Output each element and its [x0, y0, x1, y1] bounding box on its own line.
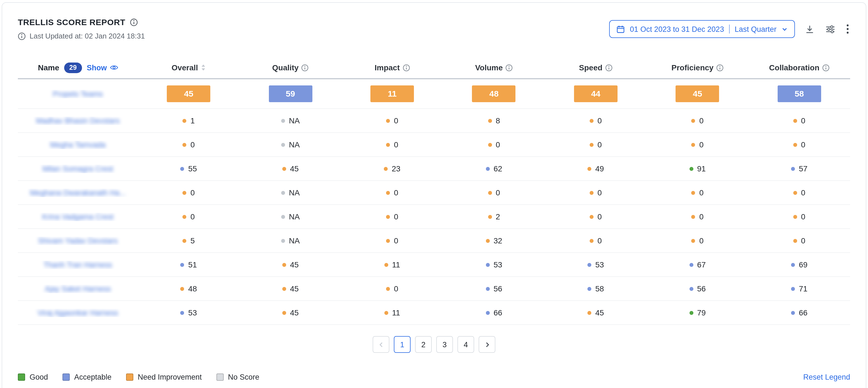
score-dot [488, 215, 492, 218]
score-dot [486, 167, 490, 171]
score-dot [183, 143, 187, 147]
score-dot [281, 119, 285, 123]
prev-page-button[interactable] [373, 336, 390, 353]
info-icon[interactable] [605, 64, 613, 71]
column-header-overall[interactable]: Overall [138, 63, 240, 72]
score-value: 0 [394, 140, 398, 149]
score-cell: 91 [647, 164, 748, 173]
member-name-link[interactable]: Viraj Ajgaonkar Harness [37, 308, 118, 317]
info-icon[interactable] [302, 64, 309, 71]
score-badge: 11 [370, 85, 414, 102]
score-legend: Good Acceptable Need Improvement No Scor… [18, 373, 850, 381]
page-button-2[interactable]: 2 [415, 336, 432, 353]
column-header-collaboration[interactable]: Collaboration [748, 63, 850, 72]
score-dot [181, 167, 184, 171]
table-settings-button[interactable] [825, 23, 836, 35]
page-button-3[interactable]: 3 [436, 336, 453, 353]
score-value: 0 [801, 140, 806, 149]
member-name-link[interactable]: Shivam Yadav Devstars [38, 236, 118, 245]
score-value: 0 [801, 188, 806, 197]
column-header-volume[interactable]: Volume [443, 63, 545, 72]
score-cell: 0 [748, 116, 850, 125]
table-body: Propelo Teams45591148444558Madhav Bhasin… [18, 79, 850, 325]
score-cell: 45 [240, 260, 341, 269]
score-value: 58 [595, 284, 604, 293]
column-header-impact[interactable]: Impact [341, 63, 443, 72]
score-dot [281, 239, 285, 243]
score-cell: 0 [647, 116, 748, 125]
date-range-picker[interactable]: 01 Oct 2023 to 31 Dec 2023 Last Quarter [609, 20, 795, 38]
page-button-1[interactable]: 1 [394, 336, 410, 353]
legend-item-good[interactable]: Good [18, 373, 48, 381]
score-value: 45 [290, 164, 299, 173]
score-value: 0 [699, 140, 704, 149]
show-toggle[interactable]: Show [87, 63, 118, 72]
page-button-4[interactable]: 4 [458, 336, 474, 353]
info-icon[interactable] [822, 64, 830, 71]
score-dot [281, 191, 285, 195]
score-cell: 11 [341, 308, 443, 317]
date-range-text: 01 Oct 2023 to 31 Dec 2023 [630, 25, 724, 33]
column-header-quality[interactable]: Quality [240, 63, 341, 72]
member-name-link[interactable]: Megha Tamvada [50, 141, 105, 149]
legend-item-need-improvement[interactable]: Need Improvement [126, 373, 202, 381]
member-name-link[interactable]: Madhav Bhasin Devstars [36, 116, 120, 125]
info-icon[interactable] [402, 64, 410, 71]
info-icon[interactable] [716, 64, 723, 71]
member-name-link[interactable]: Thanh Tran Harness [43, 261, 112, 269]
score-cell: 66 [748, 308, 850, 317]
score-cell: 5 [138, 236, 240, 245]
score-value: 53 [595, 260, 604, 269]
member-name-link[interactable]: Propelo Teams [53, 90, 103, 98]
score-value: 66 [799, 308, 807, 317]
score-value: NA [289, 188, 300, 197]
score-value: 2 [496, 212, 500, 221]
score-cell: 0 [647, 212, 748, 221]
score-dot [691, 119, 695, 123]
next-page-button[interactable] [478, 336, 495, 353]
score-dot [689, 263, 693, 267]
score-value: 66 [493, 308, 502, 317]
name-cell: Meghana Dwarakanath Ha... [18, 188, 138, 197]
reset-legend-link[interactable]: Reset Legend [803, 373, 850, 381]
legend-item-acceptable[interactable]: Acceptable [62, 373, 112, 381]
score-dot [282, 167, 286, 171]
info-icon[interactable] [506, 64, 513, 71]
score-dot [590, 239, 593, 243]
topbar: TRELLIS SCORE REPORT Last Updated at: 02… [18, 3, 850, 40]
member-name-link[interactable]: Milan Somagra Crest [42, 165, 113, 173]
score-value: 0 [394, 116, 398, 125]
score-cell: 56 [647, 284, 748, 293]
score-dot [282, 287, 286, 291]
table-row: Thanh Tran Harness51451153536769 [18, 253, 850, 277]
score-value: 69 [799, 260, 807, 269]
score-cell: 0 [341, 116, 443, 125]
member-name-link[interactable]: Ajay Saket Harness [44, 285, 111, 293]
name-cell: Madhav Bhasin Devstars [18, 116, 138, 125]
download-button[interactable] [804, 23, 815, 35]
sliders-icon [826, 24, 835, 34]
last-updated-info-icon[interactable] [18, 32, 26, 40]
more-options-button[interactable] [845, 23, 850, 35]
score-value: 51 [188, 260, 197, 269]
title-info-icon[interactable] [130, 18, 137, 26]
score-cell: 0 [138, 212, 240, 221]
score-dot [793, 191, 797, 195]
score-value: NA [289, 212, 300, 221]
legend-item-no-score[interactable]: No Score [216, 373, 259, 381]
score-value: 91 [697, 164, 706, 173]
score-badge: 59 [269, 85, 312, 102]
score-cell: 0 [138, 188, 240, 197]
score-dot [689, 311, 693, 315]
column-header-speed[interactable]: Speed [545, 63, 647, 72]
score-value: 0 [699, 236, 704, 245]
column-header-proficiency[interactable]: Proficiency [647, 63, 748, 72]
score-dot [689, 167, 693, 171]
page-title: TRELLIS SCORE REPORT [18, 17, 125, 27]
score-dot [386, 287, 390, 291]
member-name-link[interactable]: Meghana Dwarakanath Ha... [30, 188, 126, 197]
score-value: 11 [392, 260, 400, 269]
member-name-link[interactable]: Krina Vadgama Crest [42, 212, 114, 221]
score-dot [386, 215, 390, 218]
score-dot [486, 287, 490, 291]
